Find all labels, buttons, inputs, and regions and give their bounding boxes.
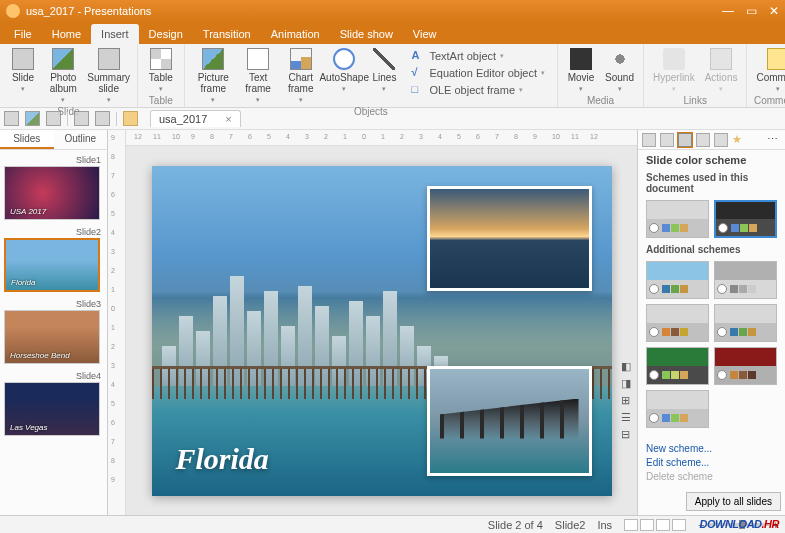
view-outline[interactable] xyxy=(656,519,670,531)
menu-tab-file[interactable]: File xyxy=(4,24,42,44)
textart-object-item[interactable]: ATextArt object ▾ xyxy=(409,48,547,64)
home-folder-icon[interactable] xyxy=(123,111,138,126)
strip-icon-1[interactable]: ◧ xyxy=(621,360,635,374)
panel-tab-outline[interactable]: Outline xyxy=(54,130,108,149)
ribbon-label: AutoShape xyxy=(319,72,369,83)
menu-tab-insert[interactable]: Insert xyxy=(91,24,139,44)
horizontal-ruler: 1211109876543210123456789101112 xyxy=(126,130,637,146)
ribbon-label: Hyperlink xyxy=(653,72,695,83)
view-normal[interactable] xyxy=(624,519,638,531)
inset-photo-bridge[interactable] xyxy=(427,366,592,476)
dropdown-arrow-icon: ▾ xyxy=(256,96,260,104)
equation-editor-object-item[interactable]: √Equation Editor object ▾ xyxy=(409,65,547,81)
strip-icon-5[interactable]: ⊟ xyxy=(621,428,635,442)
document-tab[interactable]: usa_2017 × xyxy=(150,110,241,127)
slide-button[interactable]: Slide▾ xyxy=(6,46,40,95)
minimize-button[interactable]: — xyxy=(722,4,734,18)
status-slide-name: Slide2 xyxy=(555,519,586,531)
color-scheme[interactable] xyxy=(646,261,709,299)
panel-icon-2[interactable] xyxy=(660,133,674,147)
slide-panel: SlidesOutline Slide1USA 2017Slide2Florid… xyxy=(0,130,108,515)
maximize-button[interactable]: ▭ xyxy=(746,4,757,18)
dropdown-arrow-icon: ▾ xyxy=(61,96,65,104)
canvas-area: 9876543210123456789 12111098765432101234… xyxy=(108,130,637,515)
dropdown-arrow-icon: ▾ xyxy=(21,85,25,93)
item-label: Equation Editor object xyxy=(429,67,537,79)
slide[interactable]: Florida xyxy=(152,166,612,496)
hyperlink-button: Hyperlink▾ xyxy=(650,46,698,95)
new-scheme-link[interactable]: New scheme... xyxy=(646,443,777,454)
comment-button[interactable]: Comment▾ xyxy=(753,46,785,95)
document-tab-close[interactable]: × xyxy=(225,113,231,125)
panel-icon-5[interactable] xyxy=(714,133,728,147)
redo-icon[interactable] xyxy=(95,111,110,126)
edit-scheme-link[interactable]: Edit scheme... xyxy=(646,457,777,468)
color-scheme[interactable] xyxy=(714,261,777,299)
panel-icon-4[interactable] xyxy=(696,133,710,147)
thumb-caption: Florida xyxy=(11,278,35,287)
ole-object-frame-item[interactable]: □OLE object frame ▾ xyxy=(409,82,547,98)
panel-menu-icon[interactable]: ⋯ xyxy=(767,133,781,147)
summary-slide-button[interactable]: Summary slide▾ xyxy=(87,46,131,106)
menu-tab-slide-show[interactable]: Slide show xyxy=(330,24,403,44)
schemes-used-label: Schemes used in this document xyxy=(638,170,785,196)
text-frame-icon xyxy=(247,48,269,70)
color-scheme[interactable] xyxy=(646,347,709,385)
open-icon[interactable] xyxy=(25,111,40,126)
text-frame-button[interactable]: Text frame▾ xyxy=(240,46,277,106)
ribbon-label: Photo album xyxy=(47,72,80,94)
strip-icon-3[interactable]: ⊞ xyxy=(621,394,635,408)
menu-tab-transition[interactable]: Transition xyxy=(193,24,261,44)
dropdown-arrow-icon: ▾ xyxy=(719,85,723,93)
color-scheme[interactable] xyxy=(714,200,777,238)
autoshape-button[interactable]: AutoShape▾ xyxy=(325,46,363,95)
menu-tab-design[interactable]: Design xyxy=(139,24,193,44)
panel-tab-slides[interactable]: Slides xyxy=(0,130,54,149)
chart-frame-button[interactable]: Chart frame▾ xyxy=(280,46,321,106)
panel-icon-1[interactable] xyxy=(642,133,656,147)
color-scheme[interactable] xyxy=(646,200,709,238)
strip-icon-4[interactable]: ☰ xyxy=(621,411,635,425)
movie-button[interactable]: Movie▾ xyxy=(564,46,598,95)
panel-icon-star[interactable]: ★ xyxy=(732,133,746,147)
document-tab-label: usa_2017 xyxy=(159,113,207,125)
slide-icon xyxy=(12,48,34,70)
additional-schemes-label: Additional schemes xyxy=(638,242,785,257)
slide-thumb-4[interactable]: Las Vegas xyxy=(4,382,100,436)
picture-frame-button[interactable]: Picture frame▾ xyxy=(191,46,236,106)
slide-thumb-1[interactable]: USA 2017 xyxy=(4,166,100,220)
dropdown-arrow-icon: ▾ xyxy=(107,96,111,104)
lines-button[interactable]: Lines▾ xyxy=(367,46,401,95)
menu-tab-view[interactable]: View xyxy=(403,24,447,44)
panel-icon-color-scheme[interactable] xyxy=(678,133,692,147)
titlebar: usa_2017 - Presentations — ▭ ✕ xyxy=(0,0,785,22)
dropdown-arrow-icon: ▾ xyxy=(672,85,676,93)
inset-photo-sunset[interactable] xyxy=(427,186,592,291)
undo-icon[interactable] xyxy=(74,111,89,126)
color-scheme[interactable] xyxy=(714,347,777,385)
slide-title[interactable]: Florida xyxy=(176,442,269,476)
vertical-ruler: 9876543210123456789 xyxy=(108,130,126,515)
ribbon-group-label: Comments xyxy=(753,95,785,107)
menu-tab-home[interactable]: Home xyxy=(42,24,91,44)
slide-thumb-2[interactable]: Florida xyxy=(4,238,100,292)
apply-all-button[interactable]: Apply to all slides xyxy=(686,492,781,511)
new-icon[interactable] xyxy=(4,111,19,126)
photo-album-button[interactable]: Photo album▾ xyxy=(44,46,83,106)
slide-canvas[interactable]: Florida xyxy=(126,146,637,515)
view-slideshow[interactable] xyxy=(672,519,686,531)
dropdown-arrow-icon: ▾ xyxy=(579,85,583,93)
delete-scheme-link: Delete scheme xyxy=(646,471,777,482)
color-scheme[interactable] xyxy=(646,390,709,428)
dropdown-arrow-icon: ▾ xyxy=(618,85,622,93)
table-button[interactable]: Table▾ xyxy=(144,46,178,95)
view-sorter[interactable] xyxy=(640,519,654,531)
close-button[interactable]: ✕ xyxy=(769,4,779,18)
save-icon[interactable] xyxy=(46,111,61,126)
sound-button[interactable]: Sound▾ xyxy=(602,46,637,95)
strip-icon-2[interactable]: ◨ xyxy=(621,377,635,391)
slide-thumb-3[interactable]: Horseshoe Bend xyxy=(4,310,100,364)
color-scheme[interactable] xyxy=(646,304,709,342)
color-scheme[interactable] xyxy=(714,304,777,342)
menu-tab-animation[interactable]: Animation xyxy=(261,24,330,44)
